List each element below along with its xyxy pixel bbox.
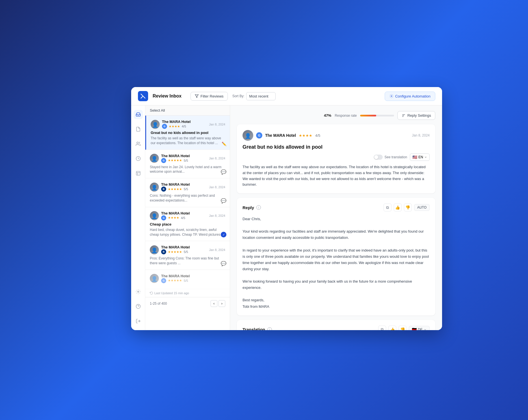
edit-icon: ✏️ [222,142,226,146]
svg-point-2 [137,142,138,144]
review-detail: 47% Response rate Reply Settings [230,105,442,330]
avatar: 👤 [150,154,159,163]
sidebar-item-inbox[interactable] [134,110,143,119]
thumbs-up-translation-button[interactable]: 👍 [388,326,396,330]
reply-body[interactable]: Dear Chris, Your kind words regarding ou… [243,216,430,309]
main-app-card: Review Inbox Filter Reviews Sort By: Mos… [131,87,442,330]
review-item-info: The MARA Hotel B ★★★★★ 5/5 [161,182,207,192]
chevron-down-icon [424,156,427,159]
last-updated: Last Updated 15 min ago [145,289,230,297]
auto-badge: AUTO [414,204,430,211]
translation-actions: ⧉ 👍 👎 🇩🇪 DE [378,326,430,330]
review-item-info: The MARA Hotel B ★★★★★ 5/5 [161,245,207,254]
sidebar-item-logout[interactable] [134,317,143,326]
reply-settings-button[interactable]: Reply Settings [397,111,435,120]
review-item-info: The MARA Hotel G ★★★★ 4/5 [161,211,207,220]
reply-icon: 💬 [221,198,226,203]
avatar: 👤 [150,211,159,220]
thumbs-down-button[interactable]: 👎 [404,203,412,211]
translation-card: Translation i ⧉ 👍 👎 🇩🇪 DE [237,320,435,330]
check-icon: ✓ [221,232,226,237]
sidebar-item-reports[interactable] [134,169,143,178]
info-icon: i [256,205,261,210]
review-item[interactable]: 👤 The MARA Hotel B ★★★★★ 5/5 Jan 8, [145,178,230,207]
pagination-nav: ‹ › [211,300,225,307]
app-header: Review Inbox Filter Reviews Sort By: Mos… [131,87,442,105]
avatar: 👤 [150,245,159,254]
review-meta: B ★★★★★ 5/5 [161,249,207,254]
reply-card: Reply i ⧉ 👍 👎 AUTO Dear Chris, Your kind… [237,198,435,315]
sort-select[interactable]: Most recent [246,92,276,100]
sidebar-item-history[interactable] [134,154,143,163]
reply-actions: ⧉ 👍 👎 AUTO [384,203,430,211]
flag-icon: 🇩🇪 [412,327,417,330]
content-area: Select All 👤 The MARA Hotel G [131,105,442,330]
sidebar-item-contacts[interactable] [134,139,143,148]
pagination: 1-25 of 400 ‹ › [145,297,230,310]
language-selector[interactable]: 🇺🇸 EN [410,153,430,161]
sort-container: Sort By: Most recent [232,92,276,100]
review-item-info: The MARA Hotel G ★★★★ 4/5 [162,120,207,129]
reply-icon: 💬 [221,261,226,266]
select-all-bar[interactable]: Select All [145,105,230,116]
review-list: Select All 👤 The MARA Hotel G [145,105,230,330]
review-item[interactable]: 👤 The MARA Hotel G ★★★★★ 5/5 Jan 8, [145,150,230,179]
sidebar-item-help[interactable] [134,302,143,311]
sidebar-item-reviews[interactable] [134,125,143,134]
review-meta: B ★★★★★ 5/5 [161,187,207,192]
review-meta: G ★★★★ 4/5 [162,124,207,129]
svg-point-5 [137,291,139,293]
review-item[interactable]: 👤 The MARA Hotel G ★★★★★ 5/5 [145,270,230,289]
svg-rect-4 [136,171,140,175]
sidebar-icons [131,105,145,330]
filter-reviews-button[interactable]: Filter Reviews [191,92,228,101]
platform-badge-google: G [162,124,167,129]
platform-badge-google: G [161,158,166,163]
translation-toggle-switch[interactable] [374,155,383,160]
review-meta: G ★★★★ 4/5 [161,215,207,220]
avatar: 👤 [243,130,253,141]
app-title: Review Inbox [153,94,181,99]
flag-icon: 🇺🇸 [412,155,417,159]
reply-header: Reply i ⧉ 👍 👎 AUTO [243,203,430,211]
next-page-button[interactable]: › [218,300,225,307]
response-rate-fill [360,115,376,116]
language-badge[interactable]: 🇩🇪 DE [409,326,430,330]
copy-button[interactable]: ⧉ [384,203,391,211]
response-rate-bar: 47% Response rate Reply Settings [237,111,435,120]
reply-icon: 💬 [221,169,226,175]
platform-badge-booking: B [161,187,166,192]
platform-badge-google: G [161,278,166,283]
translation-toggle[interactable]: See translation [374,155,407,160]
platform-badge-booking: B [161,249,166,254]
response-rate-track [360,115,394,116]
thumbs-down-translation-button[interactable]: 👎 [399,326,406,330]
review-hotel-row: 👤 G The MARA Hotel ★★★★ 4/5 Jan 8, 2024 [243,130,430,141]
platform-badge-google: G [256,132,262,138]
avatar: 👤 [150,183,159,192]
thumbs-up-button[interactable]: 👍 [394,203,402,211]
app-logo [138,91,148,101]
info-icon: i [267,327,272,330]
review-header-card: 👤 G The MARA Hotel ★★★★ 4/5 Jan 8, 2024 … [237,124,435,193]
translation-header: Translation i ⧉ 👍 👎 🇩🇪 DE [243,326,430,330]
sidebar-item-settings[interactable] [134,287,143,296]
avatar: 👤 [150,274,159,283]
chevron-down-icon [424,328,427,330]
svg-marker-0 [195,95,198,98]
platform-badge-google: G [161,215,166,220]
avatar: 👤 [151,120,160,129]
copy-translation-button[interactable]: ⧉ [378,326,386,330]
review-meta: G ★★★★★ 5/5 [161,278,225,283]
prev-page-button[interactable]: ‹ [211,300,217,307]
review-item[interactable]: 👤 The MARA Hotel B ★★★★★ 5/5 Jan 8, [145,241,230,270]
configure-automation-button[interactable]: Configure Automation [385,92,435,101]
review-meta: G ★★★★★ 5/5 [161,158,207,163]
review-item-info: The MARA Hotel G ★★★★★ 5/5 [161,154,207,163]
translation-row: See translation 🇺🇸 EN [243,153,430,161]
review-item[interactable]: 👤 The MARA Hotel G ★★★★ 4/5 Jan 8, 2 [145,116,230,150]
svg-point-1 [391,96,392,97]
review-item[interactable]: 👤 The MARA Hotel G ★★★★ 4/5 Jan 8, 2 [145,207,230,241]
review-item-info: The MARA Hotel G ★★★★★ 5/5 [161,274,225,283]
